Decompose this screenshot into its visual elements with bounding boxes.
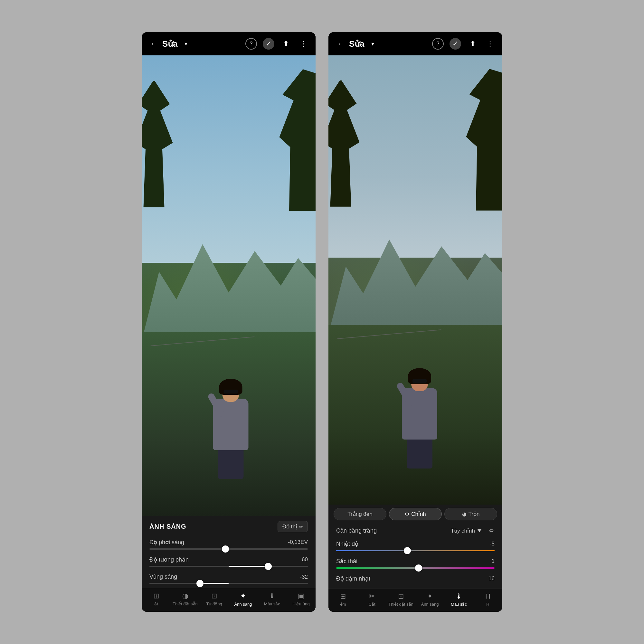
highlights-fill bbox=[200, 583, 229, 584]
contrast-label: Độ tương phản bbox=[149, 556, 189, 563]
share-button[interactable]: ⬆ bbox=[280, 38, 292, 50]
tint-slider-row: Sắc thái 1 bbox=[328, 555, 502, 573]
highlights-slider-row: Vùng sáng -32 bbox=[142, 571, 316, 588]
help-button-right[interactable]: ? bbox=[432, 38, 444, 50]
tab-light-label-right: Ánh sáng bbox=[421, 602, 439, 607]
bottom-tabs-right: ⊞ ẻm ✂ Cắt ⊡ Thiết đặt sẵn ✦ Ánh sáng 🌡 … bbox=[328, 589, 502, 612]
contrast-track[interactable] bbox=[149, 566, 308, 567]
tint-track[interactable] bbox=[336, 567, 495, 569]
tab-h-label: H bbox=[486, 602, 489, 607]
highlights-value: -32 bbox=[300, 574, 308, 580]
top-bar-right: ← Sửa ▾ ? ✓ ⬆ ⋮ bbox=[328, 32, 502, 55]
adjust-tab[interactable]: ⚙ Chỉnh bbox=[389, 508, 442, 520]
share-button-right[interactable]: ⬆ bbox=[467, 38, 478, 50]
presets-icon-right: ⊡ bbox=[398, 592, 404, 601]
tab-h[interactable]: H H bbox=[473, 592, 502, 607]
temperature-slider-row: Nhiệt độ -5 bbox=[328, 538, 502, 555]
crop-icon: ✂ bbox=[369, 592, 375, 601]
tint-value: 1 bbox=[492, 558, 495, 564]
title-dropdown[interactable]: ▾ bbox=[180, 38, 192, 50]
tab-light-label: Ánh sáng bbox=[234, 602, 252, 607]
h-icon: H bbox=[485, 592, 490, 601]
tab-frame-label: ẻm bbox=[340, 602, 346, 607]
wb-value[interactable]: Tùy chỉnh bbox=[451, 527, 481, 534]
section-header: ÁNH SÁNG Đồ thị ✏ bbox=[142, 516, 316, 536]
histogram-badge[interactable]: Đồ thị ✏ bbox=[278, 521, 308, 532]
tab-effects[interactable]: ▣ Hiệu ứng bbox=[287, 592, 316, 606]
light-icon: ✦ bbox=[240, 592, 246, 601]
tab-light-right[interactable]: ✦ Ánh sáng bbox=[415, 592, 444, 607]
color-mode-tabs: Trắng đen ⚙ Chỉnh ◕ Trộn bbox=[328, 505, 502, 524]
app-title-right: Sửa bbox=[349, 39, 365, 49]
adjust-icon: ⚙ bbox=[405, 511, 409, 517]
confirm-button[interactable]: ✓ bbox=[263, 38, 274, 50]
tab-frame[interactable]: ⊞ ẻm bbox=[328, 592, 357, 607]
help-button[interactable]: ? bbox=[245, 38, 257, 50]
tab-presets-right[interactable]: ⊡ Thiết đặt sẵn bbox=[386, 592, 415, 607]
back-button[interactable]: ← bbox=[148, 38, 160, 50]
confirm-button-right[interactable]: ✓ bbox=[450, 38, 461, 50]
panel-left: ← Sửa ▾ ? ✓ ⬆ ⋮ bbox=[142, 32, 316, 612]
frame-icon: ⊞ bbox=[340, 592, 346, 601]
mix-icon: ◕ bbox=[462, 511, 467, 517]
back-button-right[interactable]: ← bbox=[335, 38, 346, 50]
tab-effects-label: Hiệu ứng bbox=[292, 601, 310, 606]
tab-color-label-right: Màu sắc bbox=[451, 602, 467, 607]
exposure-slider-row: Độ phơi sáng -0,13EV bbox=[142, 536, 316, 554]
exposure-value: -0,13EV bbox=[288, 539, 308, 545]
bw-tab-label: Trắng đen bbox=[347, 511, 372, 517]
tab-presets[interactable]: ◑ Thiết đặt sẵn bbox=[171, 592, 200, 606]
vibrance-value: 16 bbox=[488, 575, 495, 582]
eyedropper-icon[interactable]: ✏ bbox=[489, 527, 495, 535]
light-icon-right: ✦ bbox=[427, 592, 433, 601]
vibrance-slider-row: Độ đậm nhạt 16 bbox=[328, 573, 502, 589]
tab-presets-label-right: Thiết đặt sẵn bbox=[388, 602, 413, 607]
temperature-track[interactable] bbox=[336, 550, 495, 551]
contrast-slider-row: Độ tương phản 60 bbox=[142, 554, 316, 571]
contrast-value: 60 bbox=[302, 556, 308, 563]
app-title: Sửa bbox=[162, 39, 178, 49]
contrast-thumb[interactable] bbox=[265, 563, 272, 570]
controls-panel-left: ÁNH SÁNG Đồ thị ✏ Độ phơi sáng -0,13EV Đ… bbox=[142, 516, 316, 612]
section-title: ÁNH SÁNG bbox=[149, 523, 186, 530]
tab-crop[interactable]: ✂ Cắt bbox=[357, 592, 386, 607]
panel-right: ← Sửa ▾ ? ✓ ⬆ ⋮ bbox=[328, 32, 502, 612]
histogram-label: Đồ thị bbox=[282, 523, 297, 530]
tint-thumb[interactable] bbox=[415, 564, 422, 572]
tab-color-label: Màu sắc bbox=[264, 601, 280, 606]
title-dropdown-right[interactable]: ▾ bbox=[367, 38, 379, 50]
exposure-track[interactable] bbox=[149, 548, 308, 550]
more-button[interactable]: ⋮ bbox=[298, 38, 309, 50]
top-bar-left: ← Sửa ▾ ? ✓ ⬆ ⋮ bbox=[142, 32, 316, 55]
tab-reset-label: ặt bbox=[154, 601, 158, 606]
tab-color-right[interactable]: 🌡 Màu sắc bbox=[444, 592, 473, 607]
presets-icon: ◑ bbox=[182, 592, 188, 600]
tab-auto[interactable]: ⊡ Tự động bbox=[200, 592, 229, 606]
temperature-value: -5 bbox=[490, 541, 495, 547]
photo-preview-right bbox=[328, 55, 502, 505]
bottom-tabs-left: ⊞ ặt ◑ Thiết đặt sẵn ⊡ Tự động ✦ Ánh sán… bbox=[142, 588, 316, 612]
tab-light[interactable]: ✦ Ánh sáng bbox=[229, 592, 258, 607]
tab-color[interactable]: 🌡 Màu sắc bbox=[258, 592, 287, 606]
exposure-thumb[interactable] bbox=[222, 545, 229, 553]
tab-reset[interactable]: ⊞ ặt bbox=[142, 592, 171, 606]
tab-presets-label: Thiết đặt sẵn bbox=[173, 601, 197, 606]
vibrance-label: Độ đậm nhạt bbox=[336, 575, 370, 582]
photo-preview-left bbox=[142, 55, 316, 516]
more-button-right[interactable]: ⋮ bbox=[484, 38, 496, 50]
edit-icon: ✏ bbox=[299, 524, 303, 529]
highlights-thumb[interactable] bbox=[196, 580, 204, 587]
auto-icon: ⊡ bbox=[211, 592, 217, 600]
temperature-thumb[interactable] bbox=[404, 547, 411, 554]
color-icon: 🌡 bbox=[269, 592, 276, 600]
wb-label: Cân bằng trắng bbox=[336, 527, 448, 534]
tab-crop-label: Cắt bbox=[369, 602, 375, 607]
controls-panel-right: Trắng đen ⚙ Chỉnh ◕ Trộn Cân bằng trắng … bbox=[328, 505, 502, 612]
highlights-track[interactable] bbox=[149, 583, 308, 584]
wb-chevron-icon bbox=[478, 529, 481, 532]
wb-value-text: Tùy chỉnh bbox=[451, 527, 475, 534]
temperature-label: Nhiệt độ bbox=[336, 540, 358, 547]
adjust-tab-label: Chỉnh bbox=[411, 511, 426, 517]
mix-tab[interactable]: ◕ Trộn bbox=[444, 508, 497, 520]
bw-tab[interactable]: Trắng đen bbox=[334, 508, 386, 520]
